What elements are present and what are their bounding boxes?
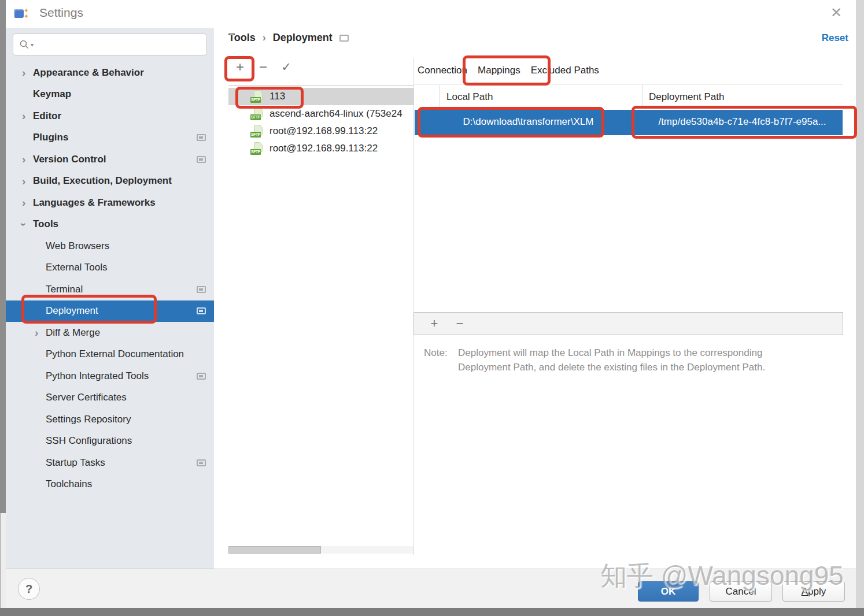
server-panel-divider <box>228 85 413 86</box>
footer-bar: ? OK Cancel Apply <box>6 569 856 608</box>
screen-widget-icon <box>197 459 206 466</box>
add-mapping-button[interactable]: + <box>427 316 442 331</box>
breadcrumb-deployment[interactable]: Deployment <box>273 32 333 44</box>
sftp-server-icon: SFTP <box>250 124 264 138</box>
server-name: root@192.168.99.113:22 <box>269 125 378 137</box>
sidebar-item-label: Toolchains <box>46 478 92 490</box>
sidebar-item-editor[interactable]: ›Editor <box>6 105 214 127</box>
sidebar-item-diff-merge[interactable]: ›Diff & Merge <box>6 322 214 344</box>
server-item-root-192-168-99-113-22[interactable]: SFTProot@192.168.99.113:22 <box>228 123 413 140</box>
table-header-divider <box>642 85 643 109</box>
sidebar-item-keymap[interactable]: Keymap <box>6 84 214 106</box>
sftp-server-icon: SFTP <box>250 107 264 121</box>
sidebar-item-terminal[interactable]: Terminal <box>6 279 214 300</box>
sftp-server-icon: SFTP <box>250 90 264 103</box>
server-item-113[interactable]: SFTP113 <box>228 88 413 105</box>
screen-widget-icon <box>197 134 206 141</box>
sidebar-item-appearance-behavior[interactable]: ›Appearance & Behavior <box>6 62 214 84</box>
sidebar-item-plugins[interactable]: Plugins <box>6 127 214 149</box>
sidebar-item-label: Keymap <box>33 88 71 100</box>
mappings-toolbar: + − <box>413 312 843 335</box>
screen-widget-icon <box>197 286 206 293</box>
sidebar-item-languages-frameworks[interactable]: ›Languages & Frameworks <box>6 192 214 214</box>
sidebar-item-python-integrated-tools[interactable]: Python Integrated Tools <box>6 365 214 387</box>
settings-sidebar: ▾ ›Appearance & BehaviorKeymap›EditorPlu… <box>6 28 214 569</box>
remove-server-button[interactable]: − <box>256 60 271 75</box>
table-row[interactable]: D:\download\transformer\XLM /tmp/de530a4… <box>415 110 843 135</box>
chevron-down-icon[interactable]: › <box>19 222 29 226</box>
server-item-ascend-aarch64-linux-753e24[interactable]: SFTPascend-aarch64-linux (753e24 <box>228 105 413 123</box>
sidebar-item-startup-tasks[interactable]: Startup Tasks <box>6 452 214 474</box>
sidebar-item-label: Version Control <box>33 154 106 165</box>
sidebar-item-label: Server Certificates <box>46 392 127 403</box>
close-icon[interactable]: ✕ <box>830 5 842 21</box>
sidebar-item-python-external-documentation[interactable]: Python External Documentation <box>6 344 214 366</box>
chevron-right-icon[interactable]: › <box>22 154 25 165</box>
remove-mapping-button[interactable]: − <box>452 316 467 331</box>
screen-widget-icon <box>197 307 206 314</box>
chevron-right-icon[interactable]: › <box>22 176 25 187</box>
breadcrumb: Tools › Deployment <box>228 32 349 44</box>
table-header-divider <box>440 85 440 109</box>
apply-button[interactable]: Apply <box>782 581 845 602</box>
chevron-right-icon[interactable]: › <box>35 327 38 338</box>
sidebar-item-label: Appearance & Behavior <box>33 67 144 79</box>
sidebar-item-build-execution-deployment[interactable]: ›Build, Execution, Deployment <box>6 170 214 192</box>
sidebar-item-settings-repository[interactable]: Settings Repository <box>6 409 214 431</box>
sidebar-item-tools[interactable]: ›Tools <box>6 214 214 236</box>
chevron-right-icon[interactable]: › <box>22 110 25 121</box>
local-path-cell[interactable]: D:\download\transformer\XLM <box>415 116 642 128</box>
settings-app-icon: ✦✦ <box>14 8 29 20</box>
sidebar-item-label: Diff & Merge <box>46 327 100 339</box>
cancel-button[interactable]: Cancel <box>710 581 772 602</box>
tabs-divider <box>413 84 843 84</box>
sidebar-item-label: Python External Documentation <box>46 348 184 360</box>
window-edge-bottom <box>0 608 864 616</box>
sidebar-item-label: SSH Configurations <box>46 435 132 447</box>
search-options-caret-icon[interactable]: ▾ <box>31 42 34 48</box>
help-button[interactable]: ? <box>18 578 40 600</box>
search-input[interactable]: ▾ <box>13 34 207 55</box>
server-toolbar: + − ✓ <box>232 60 294 75</box>
sidebar-item-label: Tools <box>33 218 58 230</box>
deployment-path-cell[interactable]: /tmp/de530a4b-c71e-4fc8-b7f7-e95a... <box>642 116 843 128</box>
column-header-deployment-path[interactable]: Deployment Path <box>649 91 724 103</box>
chevron-right-icon[interactable]: › <box>22 67 25 78</box>
title-bar: ✦✦ Settings ✕ <box>6 0 856 28</box>
server-list-hscrollbar-thumb[interactable] <box>228 546 321 554</box>
sidebar-item-version-control[interactable]: ›Version Control <box>6 149 214 170</box>
screen-widget-icon <box>339 35 349 42</box>
settings-dialog: ✦✦ Settings ✕ ▾ ›Appearance & BehaviorKe… <box>6 0 856 608</box>
settings-tree: ›Appearance & BehaviorKeymap›EditorPlugi… <box>6 62 214 495</box>
note-line-1: Deployment will map the Local Path in Ma… <box>458 346 828 360</box>
sidebar-item-ssh-configurations[interactable]: SSH Configurations <box>6 431 214 452</box>
tab-mappings[interactable]: Mappings <box>478 65 520 76</box>
tab-excluded-paths[interactable]: Excluded Paths <box>531 65 599 76</box>
sidebar-item-external-tools[interactable]: External Tools <box>6 257 214 279</box>
tab-bar: ConnectionMappingsExcluded Paths <box>418 65 599 76</box>
sidebar-item-toolchains[interactable]: Toolchains <box>6 474 214 496</box>
panel-separator <box>413 58 414 555</box>
sftp-badge: SFTP <box>250 97 261 103</box>
sidebar-item-label: Settings Repository <box>46 414 131 425</box>
sftp-badge: SFTP <box>250 114 261 120</box>
tab-connection[interactable]: Connection <box>418 65 467 76</box>
breadcrumb-separator-icon: › <box>263 32 266 44</box>
chevron-right-icon[interactable]: › <box>22 197 25 208</box>
server-list: SFTP113SFTPascend-aarch64-linux (753e24S… <box>228 88 413 157</box>
sidebar-item-label: Languages & Frameworks <box>33 197 156 209</box>
screen-widget-icon <box>197 156 206 163</box>
sidebar-item-server-certificates[interactable]: Server Certificates <box>6 387 214 409</box>
sidebar-item-web-browsers[interactable]: Web Browsers <box>6 235 214 257</box>
sidebar-item-deployment[interactable]: Deployment <box>6 300 214 322</box>
reset-link[interactable]: Reset <box>822 32 848 44</box>
server-item-root-192-168-99-113-22[interactable]: SFTProot@192.168.99.113:22 <box>228 140 413 157</box>
use-as-default-check-button[interactable]: ✓ <box>279 60 294 75</box>
add-server-button[interactable]: + <box>232 60 248 75</box>
sidebar-item-label: Web Browsers <box>46 240 109 252</box>
server-name: 113 <box>269 91 285 102</box>
sftp-server-icon: SFTP <box>250 142 264 155</box>
column-header-local-path[interactable]: Local Path <box>446 91 493 103</box>
ok-button[interactable]: OK <box>638 581 699 602</box>
search-icon <box>19 39 29 50</box>
